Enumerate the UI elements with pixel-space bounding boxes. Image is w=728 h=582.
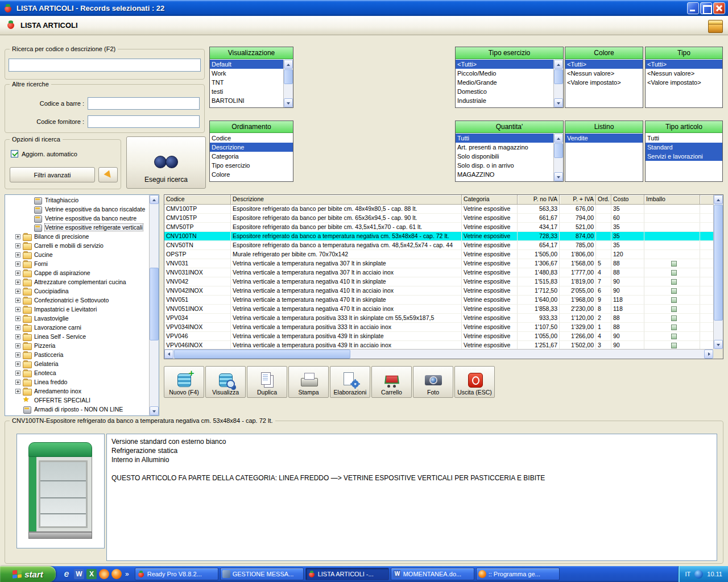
minimize-button[interactable] (687, 2, 699, 14)
tree-item[interactable]: Vetrine espositive da banco neutre (5, 214, 149, 223)
listbox-option[interactable]: Colore (210, 170, 293, 179)
tree-item[interactable]: Tritaghiaccio (5, 196, 149, 205)
listbox-option[interactable]: Codice (210, 134, 293, 143)
tree-item[interactable]: Armadi di riposto - NON ON LINE (5, 405, 149, 414)
listbox-option[interactable]: <Valore impostato> (646, 78, 722, 87)
column-header[interactable]: Imballo (644, 195, 700, 205)
tree-item[interactable]: Cappe di aspirazione (5, 268, 149, 277)
quick-launch-icon[interactable] (99, 569, 109, 579)
expand-plus-icon[interactable] (15, 371, 20, 376)
scroll-thumb[interactable] (554, 69, 563, 84)
tree-item[interactable]: Impastatrici e Lievitatori (5, 305, 149, 314)
barcode-input[interactable] (88, 97, 200, 110)
table-row[interactable]: VNV042INOX Vetrina verticale a temperatu… (164, 286, 713, 296)
listbox-option[interactable]: Piccolo/Medio (456, 69, 553, 78)
listbox-option[interactable]: Medio/Grande (456, 78, 553, 87)
expand-plus-icon[interactable] (15, 334, 20, 339)
table-row[interactable]: CMV100TP Espositore refrigerato da banco… (164, 205, 713, 214)
tree-item[interactable]: Cuocipiadina (5, 286, 149, 296)
table-row[interactable]: VPV046INOX Vetrina verticale a temperatu… (164, 341, 713, 349)
column-header[interactable]: P. no IVA (518, 195, 560, 205)
listbox-option[interactable]: Art. presenti a magazzino (456, 143, 553, 152)
advanced-filters-button[interactable]: Filtri avanzati (10, 167, 95, 182)
listbox-option[interactable]: <Nessun valore> (565, 69, 643, 78)
listbox-option[interactable]: Work (210, 69, 283, 78)
expand-plus-icon[interactable] (15, 280, 20, 285)
tree-item[interactable]: OFFERTE SPECIALI (5, 396, 149, 405)
expand-plus-icon[interactable] (15, 343, 20, 348)
column-header[interactable] (700, 195, 713, 205)
search-input[interactable] (9, 59, 201, 72)
table-vertical-scrollbar[interactable] (713, 195, 723, 349)
scroll-down-button[interactable] (554, 172, 563, 181)
tree-item[interactable]: Enoteca (5, 368, 149, 377)
tree-item[interactable]: Lavastoviglie (5, 314, 149, 323)
toolbar-button[interactable]: Foto (413, 366, 453, 398)
expand-plus-icon[interactable] (15, 252, 20, 257)
scroll-thumb[interactable] (714, 205, 723, 321)
expand-plus-icon[interactable] (15, 361, 20, 367)
tree-scrollbar[interactable] (149, 195, 159, 415)
listbox-option[interactable]: <Tutti> (456, 60, 553, 69)
listbox-option[interactable]: Servizi e lavorazioni (646, 152, 722, 161)
expand-plus-icon[interactable] (15, 234, 20, 239)
toolbar-button[interactable]: Visualizza (205, 366, 246, 398)
toolbar-button[interactable]: Uscita (ESC) (454, 366, 495, 398)
listbox-scrollbar[interactable] (283, 60, 293, 107)
window-titlebar[interactable]: LISTA ARTICOLI - Records selezionati : 2… (0, 0, 728, 16)
column-header[interactable]: P. + IVA (560, 195, 596, 205)
language-indicator[interactable]: IT (685, 571, 691, 577)
tree-item[interactable]: Bilance di precisione (5, 232, 149, 241)
taskbar-task-button[interactable]: LISTA ARTICOLI -... (305, 568, 389, 580)
quick-launch-icon[interactable] (86, 569, 97, 579)
taskbar-task-button[interactable]: :: Programma ge... (476, 568, 560, 580)
tree-item[interactable]: Linea Self - Service (5, 332, 149, 341)
listbox-option[interactable]: TNT (210, 78, 283, 87)
column-header[interactable]: Ord. (596, 195, 611, 205)
quick-launch-overflow-chevron[interactable]: » (125, 570, 129, 578)
taskbar-task-button[interactable]: GESTIONE MESSA... (220, 568, 304, 580)
scroll-thumb[interactable] (174, 350, 350, 359)
listbox-option[interactable]: <Tutti> (565, 60, 643, 69)
scroll-down-button[interactable] (284, 98, 293, 107)
table-row[interactable]: VNV051INOX Vetrina verticale a temperatu… (164, 305, 713, 314)
expand-plus-icon[interactable] (15, 271, 20, 276)
scroll-thumb[interactable] (150, 268, 159, 340)
pointer-button[interactable] (98, 167, 118, 182)
scroll-down-button[interactable] (150, 406, 159, 415)
tree-item[interactable]: Cucine (5, 250, 149, 259)
scroll-up-button[interactable] (714, 195, 723, 204)
table-row[interactable]: CNV100TN Espositore refrigerato da banco… (164, 232, 713, 241)
start-button[interactable]: start (0, 566, 56, 582)
table-row[interactable]: OPSTP Murale refrigerato per bibite cm. … (164, 250, 713, 259)
expand-plus-icon[interactable] (15, 289, 20, 294)
toolbar-button[interactable]: Nuovo (F4) (164, 366, 204, 398)
auto-update-checkbox[interactable] (11, 150, 18, 157)
expand-plus-icon[interactable] (15, 243, 20, 248)
listbox-option[interactable]: BARTOLINI (210, 96, 283, 105)
listbox-option[interactable]: Solo disp. o in arrivo (456, 161, 553, 170)
maximize-button[interactable] (700, 2, 712, 14)
tree-item[interactable]: Confezionatrici e Sottovuoto (5, 296, 149, 305)
toolbar-button[interactable]: Carrello (371, 366, 412, 398)
listbox-option[interactable]: Solo disponibili (456, 152, 553, 161)
package-icon[interactable] (708, 19, 722, 32)
table-row[interactable]: VNV031INOX Vetrina verticale a temperatu… (164, 268, 713, 277)
supplier-code-input[interactable] (88, 115, 200, 128)
quick-launch-icon[interactable] (111, 569, 122, 579)
listbox-scrollbar[interactable] (553, 134, 563, 181)
scroll-right-button[interactable] (704, 350, 713, 359)
taskbar-task-button[interactable]: MOMENTANEA.do... (391, 568, 474, 580)
table-row[interactable]: VNV031 Vetrina verticale a temperatura n… (164, 259, 713, 268)
toolbar-button[interactable]: Elaborazioni (330, 366, 370, 398)
listbox-option[interactable]: Tutti (646, 134, 722, 143)
listbox-option[interactable]: Industriale (456, 96, 553, 105)
tree-item[interactable]: Attrezzature complementari cucina (5, 277, 149, 286)
scroll-down-button[interactable] (554, 98, 563, 107)
toolbar-button[interactable]: Duplica (247, 366, 287, 398)
column-header[interactable]: Costo (611, 195, 644, 205)
tree-item[interactable]: Pizzeria (5, 341, 149, 350)
expand-plus-icon[interactable] (15, 389, 20, 394)
scroll-left-button[interactable] (164, 350, 173, 359)
toolbar-button[interactable]: Stampa (288, 366, 329, 398)
